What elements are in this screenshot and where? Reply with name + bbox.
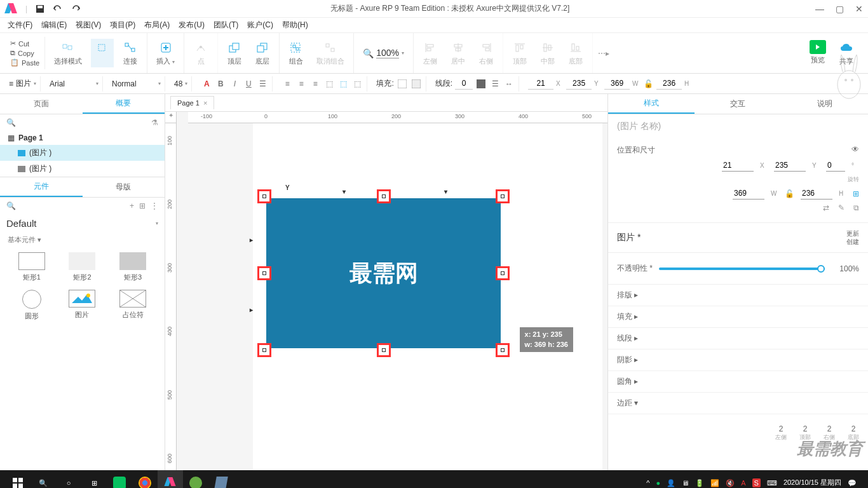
connect-button[interactable]: 连接	[119, 39, 142, 67]
close-tab-icon[interactable]: ×	[203, 99, 207, 107]
ribbon-overflow-icon[interactable]: ⋯▸	[593, 49, 614, 58]
menu-arrange[interactable]: 布局(A)	[144, 20, 170, 30]
filter-icon[interactable]: ⚗	[151, 118, 158, 127]
outline-page[interactable]: ▦Page 1	[0, 131, 165, 145]
section-fill[interactable]: 填充 ▸	[608, 306, 868, 328]
valign-top-icon[interactable]: ⬚	[323, 78, 335, 90]
notifications-icon[interactable]: 💬	[848, 479, 857, 487]
page-tab[interactable]: Page 1×	[170, 96, 214, 109]
align-left-text-icon[interactable]: ≡	[281, 78, 293, 90]
menu-account[interactable]: 账户(C)	[247, 20, 273, 30]
valign-middle-icon[interactable]: ⬚	[337, 78, 349, 90]
tab-interactions[interactable]: 交互	[695, 94, 781, 114]
maximize-icon[interactable]: ▢	[836, 4, 844, 14]
more-icon[interactable]: ⋮	[151, 201, 158, 210]
app5[interactable]	[208, 470, 234, 488]
bring-front-button[interactable]: 顶层	[223, 39, 246, 67]
opacity-slider[interactable]	[659, 268, 825, 270]
chrome-app[interactable]	[132, 470, 158, 488]
outline-image-2[interactable]: (图片 )	[0, 161, 165, 177]
cut-button[interactable]: ✂ Cut	[10, 39, 39, 48]
tab-pages[interactable]: 页面	[0, 94, 83, 114]
tray-battery-icon[interactable]: 🔋	[695, 479, 704, 487]
section-border[interactable]: 线段 ▸	[608, 328, 868, 349]
tab-notes[interactable]: 说明	[782, 94, 868, 114]
x-input[interactable]	[528, 78, 553, 90]
axure-app[interactable]	[158, 470, 183, 488]
valign-bottom-icon[interactable]: ⬚	[351, 78, 363, 90]
insert-button[interactable]: 插入 ▾	[153, 39, 179, 67]
tray-user-icon[interactable]: 👤	[667, 479, 675, 487]
cortana-button[interactable]: ○	[56, 470, 81, 488]
outline-image-1[interactable]: (图片 )	[0, 145, 165, 161]
font-size-select[interactable]: 48 ▾	[170, 76, 192, 92]
crop-icon[interactable]: ⧉	[853, 203, 859, 212]
w-input[interactable]	[604, 78, 630, 90]
text-color-icon[interactable]: A	[201, 78, 212, 90]
fill-image-icon[interactable]	[410, 78, 422, 90]
align-middle-button[interactable]: 中部	[536, 39, 559, 67]
font-select[interactable]: Arial ▾	[46, 76, 103, 92]
menu-file[interactable]: 文件(F)	[8, 20, 32, 30]
menu-help[interactable]: 帮助(H)	[282, 20, 308, 30]
widget-placeholder[interactable]: 占位符	[111, 290, 154, 321]
align-top-button[interactable]: 顶部	[508, 39, 531, 67]
tray-display-icon[interactable]: 🖥	[682, 479, 689, 487]
close-icon[interactable]: ✕	[855, 4, 863, 14]
fill-color-icon[interactable]	[397, 78, 408, 90]
send-back-button[interactable]: 底层	[251, 39, 274, 67]
start-button[interactable]	[5, 470, 31, 488]
tray-volume-icon[interactable]: 🔇	[726, 479, 735, 487]
tab-masters[interactable]: 母版	[83, 177, 165, 197]
widgets-section-label[interactable]: 基本元件 ▾	[0, 233, 165, 247]
h-input[interactable]	[656, 78, 682, 90]
menu-edit[interactable]: 编辑(E)	[41, 20, 67, 30]
lock-aspect-icon[interactable]: 🔓	[642, 78, 654, 90]
section-shadow[interactable]: 阴影 ▸	[608, 349, 868, 371]
underline-icon[interactable]: U	[243, 78, 254, 90]
update-link[interactable]: 更新	[846, 229, 859, 238]
align-right-button[interactable]: 右侧	[475, 39, 498, 67]
tray-ime-icon[interactable]: A	[741, 479, 745, 487]
bold-icon[interactable]: B	[215, 78, 226, 90]
canvas-area[interactable]: Page 1× ✦ -100 0 100 200 300 400 500 100…	[165, 94, 607, 470]
share-button[interactable]: 共享	[835, 39, 858, 67]
menu-project[interactable]: 项目(P)	[110, 20, 135, 30]
italic-icon[interactable]: I	[229, 78, 240, 90]
widget-rect1[interactable]: 矩形1	[10, 252, 53, 282]
section-padding[interactable]: 边距 ▾	[608, 393, 868, 414]
outline-search-input[interactable]	[21, 118, 146, 127]
lock-ratio-icon[interactable]: 🔓	[785, 189, 794, 198]
tab-style[interactable]: 样式	[608, 94, 695, 114]
point-button[interactable]: 点	[189, 39, 212, 67]
copy-button[interactable]: ⧉ Copy	[10, 49, 39, 57]
clock[interactable]: 2020/10/15 星期四	[783, 478, 841, 487]
arrow-icon[interactable]: ↔	[503, 78, 515, 90]
widget-rect3[interactable]: 矩形3	[111, 252, 154, 282]
y-input[interactable]	[566, 78, 592, 90]
bullets-icon[interactable]: ☰	[257, 78, 268, 90]
wechat-app[interactable]	[107, 470, 132, 488]
create-link[interactable]: 创建	[846, 238, 859, 246]
section-typography[interactable]: 排版 ▸	[608, 285, 868, 306]
widget-circle[interactable]: 圆形	[10, 290, 53, 321]
search-icon[interactable]: 🔍	[6, 118, 16, 127]
tray-keyboard-icon[interactable]: ⌨	[767, 479, 777, 487]
font-weight-select[interactable]: Normal ▾	[108, 76, 165, 92]
size-w-input[interactable]	[733, 187, 764, 200]
group-button[interactable]: 组合	[285, 39, 308, 67]
tray-input-icon[interactable]: S	[752, 479, 761, 487]
select-mode-button[interactable]: 选择模式	[50, 39, 86, 67]
tray-wifi-icon[interactable]: 📶	[710, 479, 719, 487]
align-center-button[interactable]: 居中	[447, 39, 470, 67]
widget-name-input[interactable]: (图片 名称)	[608, 114, 868, 139]
line-style-icon[interactable]: ☰	[489, 78, 501, 90]
selected-image-widget[interactable]: 最需网 Y ▾ ▾ ▸ ▸ x: 21 y: 235 w: 369 h: 236	[266, 198, 501, 348]
section-corner[interactable]: 圆角 ▸	[608, 371, 868, 393]
rotation-input[interactable]	[826, 159, 845, 172]
tab-widgets[interactable]: 元件	[0, 177, 83, 197]
widget-search-icon[interactable]: 🔍	[6, 201, 16, 210]
visibility-icon[interactable]: 👁	[851, 145, 859, 156]
ungroup-button[interactable]: 取消组合	[313, 39, 348, 67]
pos-y-input[interactable]	[774, 159, 806, 172]
